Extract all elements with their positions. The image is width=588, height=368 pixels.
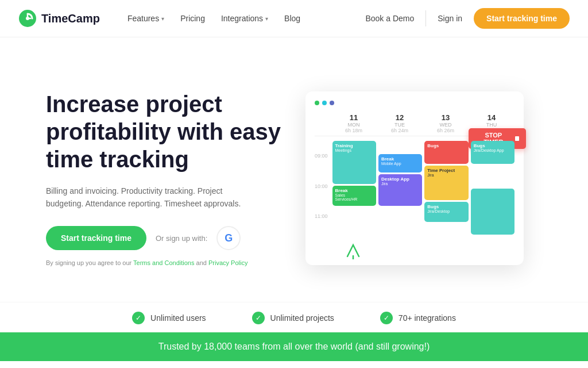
hero-right: 11 MON 6h 18m 12 TUE 6h 24m 13 WED 6h 26… bbox=[287, 91, 542, 265]
event-bugs-wed2: BugsJira/Desktop bbox=[424, 202, 468, 222]
calendar-header: 11 MON 6h 18m 12 TUE 6h 24m 13 WED 6h 26… bbox=[315, 111, 514, 136]
cal-col-wed: Bugs Time ProjectJira BugsJira/Desktop bbox=[424, 141, 468, 256]
nav-divider bbox=[425, 10, 426, 26]
dot-green bbox=[315, 101, 319, 105]
cal-col-mon: TrainingMeetings BreakSalesServices/HR bbox=[332, 141, 376, 256]
nav-right: Book a Demo Sign in Start tracking time bbox=[365, 8, 570, 29]
hero-subtitle: Billing and invoicing. Productivity trac… bbox=[46, 185, 253, 210]
privacy-link[interactable]: Privacy Policy bbox=[208, 259, 247, 266]
cal-col-12: 12 TUE 6h 24m bbox=[377, 111, 423, 136]
cal-col-14: 14 THU 7h 08m STOP TIMER bbox=[469, 111, 514, 136]
sign-in-link[interactable]: Sign in bbox=[438, 14, 462, 23]
feature-unlimited-projects: ✓ Unlimited projects bbox=[252, 312, 334, 324]
event-bugs-thu2 bbox=[471, 189, 514, 235]
terms-text: By signing up you agree to our Terms and… bbox=[46, 259, 287, 266]
event-bugs-wed: Bugs bbox=[424, 141, 468, 164]
feature-label-users: Unlimited users bbox=[150, 313, 206, 323]
event-break-mon: BreakSalesServices/HR bbox=[332, 186, 376, 206]
hero-actions: Start tracking time Or sign up with: G bbox=[46, 226, 287, 250]
nav-cta-button[interactable]: Start tracking time bbox=[474, 8, 570, 29]
terms-link[interactable]: Terms and Conditions bbox=[133, 259, 194, 266]
nav-pricing[interactable]: Pricing bbox=[180, 14, 205, 23]
book-demo-link[interactable]: Book a Demo bbox=[365, 14, 414, 23]
feature-unlimited-users: ✓ Unlimited users bbox=[132, 312, 206, 324]
start-tracking-button[interactable]: Start tracking time bbox=[46, 226, 146, 250]
event-training: TrainingMeetings bbox=[332, 141, 376, 184]
chevron-down-icon-2: ▾ bbox=[265, 16, 268, 22]
dot-blue bbox=[330, 101, 334, 105]
footer-banner: Trusted by 18,000 teams from all over th… bbox=[0, 332, 588, 361]
check-icon-integrations: ✓ bbox=[380, 312, 393, 324]
stop-icon bbox=[515, 136, 519, 141]
logo-icon bbox=[18, 9, 37, 28]
cal-col-11: 11 MON 6h 18m bbox=[331, 111, 377, 136]
check-icon-projects: ✓ bbox=[252, 312, 265, 324]
cal-col-tue: BreakMobile App Desktop AppJira bbox=[378, 141, 422, 256]
chevron-down-icon: ▾ bbox=[161, 16, 164, 22]
event-break-tue: BreakMobile App bbox=[378, 154, 422, 172]
cal-col-thu: BugsJira/Desktop App bbox=[471, 141, 514, 256]
logo[interactable]: TimeCamp bbox=[18, 9, 100, 28]
google-signup-button[interactable]: G bbox=[216, 226, 241, 250]
hero-title: Increase project profitability with easy… bbox=[46, 90, 287, 173]
hero-left: Increase project profitability with easy… bbox=[46, 90, 287, 267]
arrow-decoration bbox=[345, 242, 362, 259]
features-bar: ✓ Unlimited users ✓ Unlimited projects ✓… bbox=[0, 302, 588, 332]
navbar: TimeCamp Features ▾ Pricing Integrations… bbox=[0, 0, 588, 37]
nav-links: Features ▾ Pricing Integrations ▾ Blog bbox=[127, 14, 366, 23]
brand-name: TimeCamp bbox=[41, 12, 100, 25]
calendar-body: 09:00 10:00 11:00 TrainingMeetings Break… bbox=[315, 141, 514, 256]
calendar-dots bbox=[315, 101, 514, 105]
nav-features[interactable]: Features ▾ bbox=[127, 14, 164, 23]
event-bugs-thu: BugsJira/Desktop App bbox=[471, 141, 514, 164]
cal-col-13: 13 WED 6h 26m bbox=[423, 111, 469, 136]
hero-section: Increase project profitability with easy… bbox=[0, 37, 588, 302]
or-text: Or sign up with: bbox=[156, 234, 207, 243]
nav-blog[interactable]: Blog bbox=[284, 14, 300, 23]
event-time-project: Time ProjectJira bbox=[424, 166, 468, 200]
calendar-illustration: 11 MON 6h 18m 12 TUE 6h 24m 13 WED 6h 26… bbox=[305, 91, 524, 265]
cal-times: 09:00 10:00 11:00 bbox=[315, 141, 330, 256]
feature-label-integrations: 70+ integrations bbox=[399, 313, 456, 323]
footer-banner-text: Trusted by 18,000 teams from all over th… bbox=[158, 342, 430, 351]
feature-label-projects: Unlimited projects bbox=[270, 313, 334, 323]
event-desktop-app: Desktop AppJira bbox=[378, 174, 422, 206]
dot-teal bbox=[322, 101, 327, 105]
feature-integrations: ✓ 70+ integrations bbox=[380, 312, 456, 324]
check-icon-users: ✓ bbox=[132, 312, 145, 324]
nav-integrations[interactable]: Integrations ▾ bbox=[221, 14, 268, 23]
